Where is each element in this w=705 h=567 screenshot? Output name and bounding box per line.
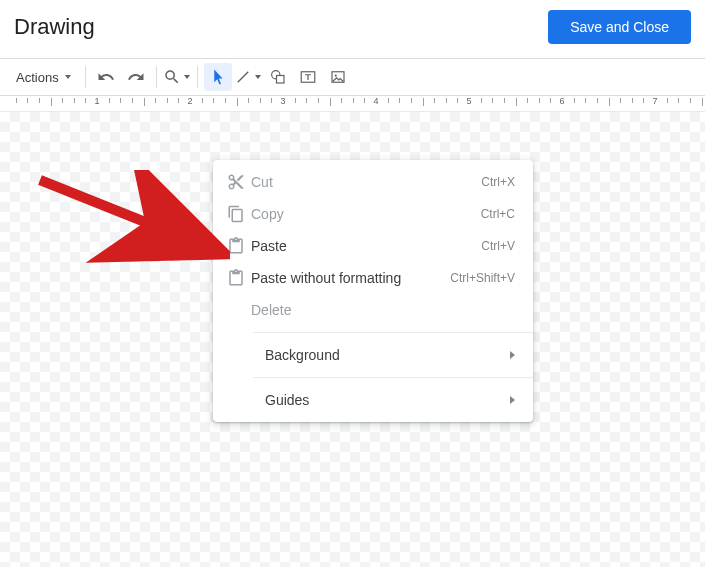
toolbar: Actions: [0, 58, 705, 96]
zoom-button[interactable]: [163, 63, 191, 91]
menu-item-label: Cut: [251, 174, 481, 190]
menu-item-shortcut: Ctrl+C: [481, 207, 515, 221]
context-menu-paste[interactable]: Paste Ctrl+V: [213, 230, 533, 262]
context-menu-cut[interactable]: Cut Ctrl+X: [213, 166, 533, 198]
chevron-right-icon: [510, 396, 515, 404]
menu-item-label: Background: [265, 347, 510, 363]
dialog-header: Drawing Save and Close: [0, 0, 705, 58]
select-tool-button[interactable]: [204, 63, 232, 91]
context-menu-background[interactable]: Background: [213, 339, 533, 371]
line-icon: [234, 68, 252, 86]
svg-rect-1: [276, 76, 284, 84]
context-menu: Cut Ctrl+X Copy Ctrl+C Paste Ctrl+V Past…: [213, 160, 533, 422]
cut-icon: [227, 173, 251, 191]
horizontal-ruler: 1234567: [0, 96, 705, 112]
line-tool-button[interactable]: [234, 63, 262, 91]
menu-item-label: Copy: [251, 206, 481, 222]
context-menu-guides[interactable]: Guides: [213, 384, 533, 416]
context-menu-paste-without-formatting[interactable]: Paste without formatting Ctrl+Shift+V: [213, 262, 533, 294]
textbox-tool-button[interactable]: [294, 63, 322, 91]
ruler-number: 2: [187, 96, 192, 106]
menu-item-shortcut: Ctrl+V: [481, 239, 515, 253]
menu-item-label: Paste without formatting: [251, 270, 450, 286]
menu-item-label: Delete: [251, 302, 515, 318]
menu-item-shortcut: Ctrl+Shift+V: [450, 271, 515, 285]
undo-button[interactable]: [92, 63, 120, 91]
ruler-number: 3: [280, 96, 285, 106]
cursor-icon: [209, 68, 227, 86]
ruler-number: 4: [373, 96, 378, 106]
menu-item-label: Paste: [251, 238, 481, 254]
toolbar-divider: [156, 66, 157, 88]
undo-icon: [97, 68, 115, 86]
shape-tool-button[interactable]: [264, 63, 292, 91]
chevron-right-icon: [510, 351, 515, 359]
ruler-number: 1: [94, 96, 99, 106]
textbox-icon: [299, 68, 317, 86]
context-menu-delete[interactable]: Delete: [213, 294, 533, 326]
redo-button[interactable]: [122, 63, 150, 91]
menu-item-label: Guides: [265, 392, 510, 408]
redo-icon: [127, 68, 145, 86]
ruler-number: 5: [466, 96, 471, 106]
zoom-icon: [163, 68, 181, 86]
save-and-close-button[interactable]: Save and Close: [548, 10, 691, 44]
menu-item-shortcut: Ctrl+X: [481, 175, 515, 189]
paste-icon: [227, 237, 251, 255]
context-menu-copy[interactable]: Copy Ctrl+C: [213, 198, 533, 230]
svg-point-4: [334, 74, 336, 76]
image-icon: [329, 68, 347, 86]
menu-separator: [253, 377, 533, 378]
toolbar-divider: [197, 66, 198, 88]
shape-icon: [269, 68, 287, 86]
dialog-title: Drawing: [14, 14, 95, 40]
paste-plain-icon: [227, 269, 251, 287]
actions-menu-button[interactable]: Actions: [8, 63, 79, 91]
copy-icon: [227, 205, 251, 223]
ruler-number: 6: [559, 96, 564, 106]
menu-separator: [253, 332, 533, 333]
ruler-number: 7: [652, 96, 657, 106]
image-tool-button[interactable]: [324, 63, 352, 91]
toolbar-divider: [85, 66, 86, 88]
actions-label: Actions: [16, 70, 59, 85]
